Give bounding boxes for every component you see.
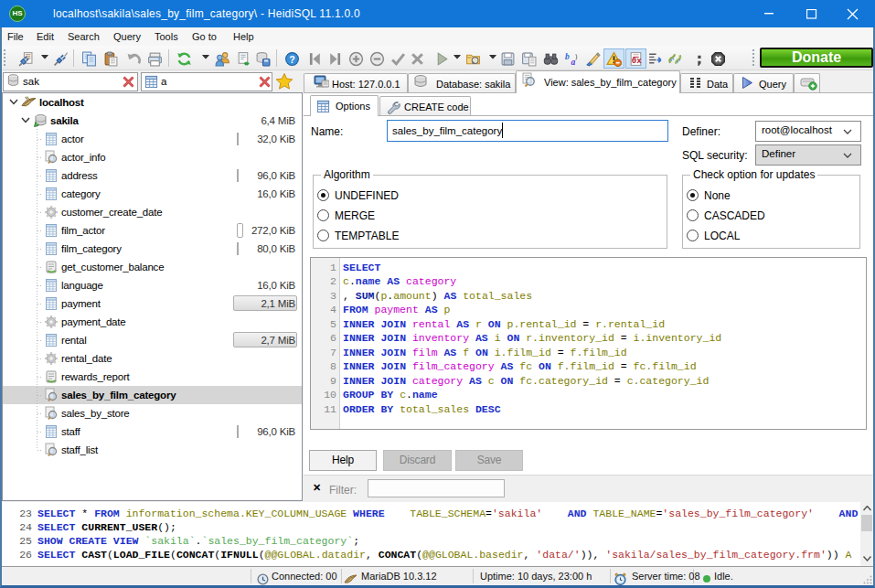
svg-text:a: a bbox=[571, 57, 575, 67]
svg-text:b: b bbox=[565, 51, 570, 61]
svg-text:?: ? bbox=[289, 54, 294, 65]
